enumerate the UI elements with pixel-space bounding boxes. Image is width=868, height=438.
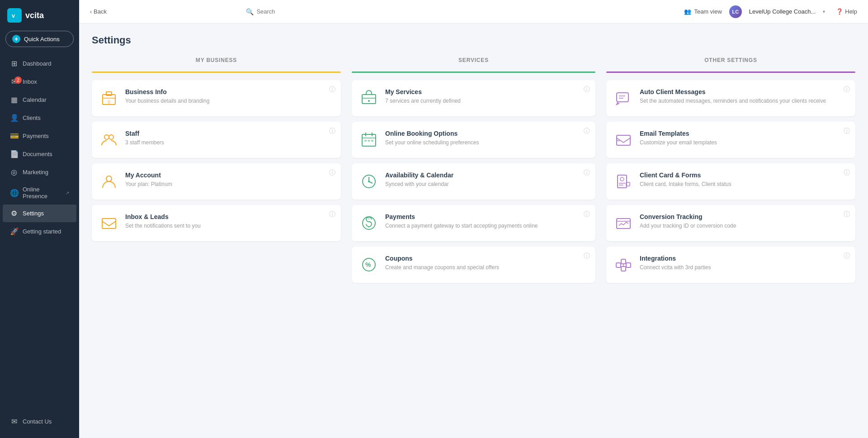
payments-settings-body: Payments Connect a payment gateway to st… xyxy=(385,213,588,230)
business-info-icon xyxy=(99,88,119,108)
availability-body: Availability & Calendar Synced with your… xyxy=(385,171,588,188)
payments-settings-subtitle: Connect a payment gateway to start accep… xyxy=(385,222,588,230)
plus-icon: + xyxy=(12,35,20,43)
conversion-tracking-help-icon[interactable]: ⓘ xyxy=(844,210,850,219)
integrations-card[interactable]: Integrations Connect vcita with 3rd part… xyxy=(606,247,855,283)
auto-client-messages-subtitle: Set the automated messages, reminders an… xyxy=(640,97,848,105)
coupons-card[interactable]: % Coupons Create and manage coupons and … xyxy=(352,247,595,283)
business-info-card[interactable]: Business Info Your business details and … xyxy=(92,80,341,116)
sidebar-item-getting-started-label: Getting started xyxy=(23,228,61,235)
coupons-title: Coupons xyxy=(385,255,588,262)
staff-card[interactable]: Staff 3 staff members ⓘ xyxy=(92,122,341,158)
payments-settings-card[interactable]: Payments Connect a payment gateway to st… xyxy=(352,205,595,241)
inbox-leads-card[interactable]: Inbox & Leads Set the notifications sent… xyxy=(92,205,341,241)
team-view-label: Team view xyxy=(694,8,722,15)
svg-text:v: v xyxy=(12,12,15,19)
sidebar-item-dashboard-label: Dashboard xyxy=(23,60,52,67)
team-view-button[interactable]: 👥 Team view xyxy=(684,8,722,15)
staff-help-icon[interactable]: ⓘ xyxy=(329,127,335,135)
my-services-title: My Services xyxy=(385,88,588,95)
business-info-body: Business Info Your business details and … xyxy=(125,88,334,105)
sidebar-item-settings[interactable]: ⚙ Settings xyxy=(3,205,76,222)
online-booking-card[interactable]: Online Booking Options Set your online s… xyxy=(352,122,595,158)
conversion-tracking-card[interactable]: Conversion Tracking Add your tracking ID… xyxy=(606,205,855,241)
availability-help-icon[interactable]: ⓘ xyxy=(584,169,590,177)
conversion-tracking-body: Conversion Tracking Add your tracking ID… xyxy=(640,213,848,230)
staff-icon xyxy=(99,130,119,150)
integrations-help-icon[interactable]: ⓘ xyxy=(844,252,850,260)
sidebar-item-online-presence-label: Online Presence xyxy=(23,186,60,200)
svg-rect-42 xyxy=(626,263,631,267)
sidebar-item-marketing-label: Marketing xyxy=(23,169,48,176)
svg-rect-34 xyxy=(618,175,627,188)
svg-rect-41 xyxy=(616,263,621,267)
coupons-help-icon[interactable]: ⓘ xyxy=(584,252,590,260)
back-button[interactable]: ‹ Back xyxy=(90,8,107,15)
sidebar-item-calendar-label: Calendar xyxy=(23,96,47,103)
sidebar-item-contact-us[interactable]: ✉ Contact Us xyxy=(3,413,76,430)
auto-client-messages-help-icon[interactable]: ⓘ xyxy=(844,86,850,94)
client-card-forms-help-icon[interactable]: ⓘ xyxy=(844,169,850,177)
availability-card[interactable]: Availability & Calendar Synced with your… xyxy=(352,163,595,200)
sidebar-item-clients[interactable]: 👤 Clients xyxy=(3,109,76,127)
integrations-subtitle: Connect vcita with 3rd parties xyxy=(640,264,848,271)
email-templates-help-icon[interactable]: ⓘ xyxy=(844,127,850,135)
availability-title: Availability & Calendar xyxy=(385,171,588,179)
sidebar-item-marketing[interactable]: ◎ Marketing xyxy=(3,163,76,181)
search-input[interactable] xyxy=(256,8,427,15)
sidebar-item-getting-started[interactable]: 🚀 Getting started xyxy=(3,223,76,240)
topbar: ‹ Back 🔍 👥 Team view LC LevelUp College … xyxy=(79,0,868,24)
my-services-icon xyxy=(359,88,379,108)
my-services-card[interactable]: My Services 7 services are currently def… xyxy=(352,80,595,116)
integrations-title: Integrations xyxy=(640,255,848,262)
conversion-tracking-title: Conversion Tracking xyxy=(640,213,848,220)
inbox-leads-body: Inbox & Leads Set the notifications sent… xyxy=(125,213,334,230)
online-booking-subtitle: Set your online scheduling preferences xyxy=(385,139,588,147)
payments-settings-help-icon[interactable]: ⓘ xyxy=(584,210,590,219)
online-presence-icon: 🌐 xyxy=(10,189,18,197)
user-dropdown-icon[interactable]: ▾ xyxy=(823,9,825,14)
staff-body: Staff 3 staff members xyxy=(125,130,334,147)
svg-rect-5 xyxy=(108,100,110,105)
quick-actions-button[interactable]: + Quick Actions xyxy=(5,31,74,47)
my-account-help-icon[interactable]: ⓘ xyxy=(329,169,335,177)
my-business-column: MY BUSINESS Business Info Your busines xyxy=(92,57,346,288)
my-services-help-icon[interactable]: ⓘ xyxy=(584,86,590,94)
other-settings-header: OTHER SETTINGS xyxy=(606,57,855,68)
sidebar-item-calendar[interactable]: ▦ Calendar xyxy=(3,91,76,109)
my-account-title: My Account xyxy=(125,171,334,179)
sidebar-item-dashboard[interactable]: ⊞ Dashboard xyxy=(3,55,76,72)
inbox-leads-subtitle: Set the notifications sent to you xyxy=(125,222,334,230)
marketing-icon: ◎ xyxy=(10,168,18,176)
business-info-help-icon[interactable]: ⓘ xyxy=(329,86,335,94)
my-account-card[interactable]: My Account Your plan: Platinum ⓘ xyxy=(92,163,341,200)
services-column: SERVICES My Services 7 services are cu xyxy=(346,57,601,288)
svg-point-35 xyxy=(620,177,624,181)
help-button[interactable]: ❓ Help xyxy=(836,8,857,15)
client-card-forms-title: Client Card & Forms xyxy=(640,171,848,179)
user-name[interactable]: LevelUp College Coach... xyxy=(749,8,816,15)
client-card-forms-icon xyxy=(613,171,633,191)
sidebar-item-documents[interactable]: 📄 Documents xyxy=(3,145,76,163)
quick-actions-label: Quick Actions xyxy=(24,36,60,43)
integrations-icon xyxy=(613,255,633,275)
svg-point-23 xyxy=(368,181,370,182)
user-avatar: LC xyxy=(729,5,742,18)
svg-rect-18 xyxy=(368,140,370,142)
sidebar-item-inbox[interactable]: ✉ Inbox 2 xyxy=(3,73,76,90)
sidebar-item-payments[interactable]: 💳 Payments xyxy=(3,127,76,145)
settings-grid: MY BUSINESS Business Info Your busines xyxy=(92,57,855,288)
sidebar-item-online-presence[interactable]: 🌐 Online Presence ↗ xyxy=(3,181,76,204)
payments-settings-icon xyxy=(359,213,379,233)
client-card-forms-card[interactable]: Client Card & Forms Client card, Intake … xyxy=(606,163,855,200)
auto-client-messages-title: Auto Client Messages xyxy=(640,88,848,95)
sidebar-item-clients-label: Clients xyxy=(23,114,41,121)
calendar-icon: ▦ xyxy=(10,95,18,104)
email-templates-card[interactable]: Email Templates Customize your email tem… xyxy=(606,122,855,158)
my-account-subtitle: Your plan: Platinum xyxy=(125,181,334,188)
inbox-leads-help-icon[interactable]: ⓘ xyxy=(329,210,335,219)
back-arrow-icon: ‹ xyxy=(90,9,92,15)
online-booking-title: Online Booking Options xyxy=(385,130,588,137)
auto-client-messages-card[interactable]: Auto Client Messages Set the automated m… xyxy=(606,80,855,116)
online-booking-help-icon[interactable]: ⓘ xyxy=(584,127,590,135)
